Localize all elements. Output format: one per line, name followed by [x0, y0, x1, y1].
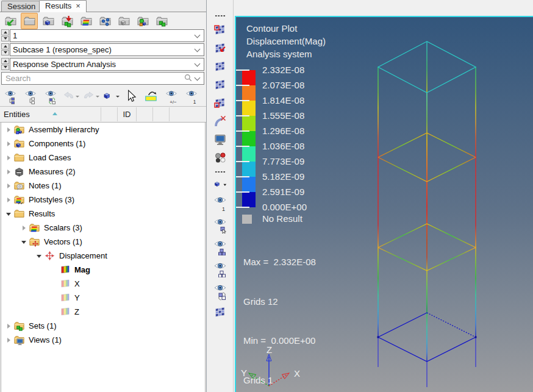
reverse-visibility-icon[interactable] — [41, 87, 60, 105]
chevron-down-icon[interactable] — [96, 96, 99, 99]
tree-item-displacement[interactable]: Displacement — [1, 249, 205, 263]
expand-arrow-icon[interactable] — [5, 126, 12, 134]
contour-toolbar-icon[interactable] — [212, 305, 228, 319]
undo-button[interactable] — [62, 87, 80, 105]
graphics-area: Z Y X Contour Plot Displacement(Mag) Ana… — [234, 0, 533, 392]
subcase-combo[interactable]: Subcase 1 (response_spec) — [10, 43, 204, 56]
highlight-button[interactable] — [142, 87, 160, 105]
legend-value: 5.182E-09 — [262, 171, 304, 183]
show-picked-icon[interactable] — [212, 216, 228, 233]
render-mode-icon[interactable] — [212, 151, 228, 165]
image-capture-icon[interactable] — [212, 133, 228, 146]
frame-spinner[interactable] — [1, 29, 9, 42]
sets-folder-icon[interactable] — [153, 13, 170, 29]
reverse-display-icon[interactable] — [212, 282, 228, 301]
expand-arrow-icon[interactable] — [35, 252, 43, 260]
expand-arrow-icon[interactable] — [5, 196, 12, 204]
analysis-spinner[interactable] — [1, 58, 9, 71]
assembly-folder-icon[interactable] — [134, 13, 151, 29]
tree-item-load-cases[interactable]: Load Cases — [1, 151, 205, 165]
drag-handle[interactable] — [215, 171, 226, 173]
entity-mode-button[interactable] — [102, 87, 120, 105]
tree-item-mag[interactable]: Mag — [1, 263, 205, 277]
sort-indicator-icon[interactable] — [52, 110, 57, 115]
legend-tick — [236, 146, 249, 147]
geometry-button[interactable] — [152, 107, 169, 121]
show-components-icon[interactable] — [212, 238, 228, 255]
views-icon — [13, 334, 25, 346]
legend-title-line: Analysis system — [246, 48, 326, 60]
select-cursor-button[interactable] — [122, 87, 140, 105]
search-input[interactable] — [4, 73, 184, 84]
tree-item-assembly-hierarchy[interactable]: Assembly Hierarchy — [1, 123, 205, 137]
contour-band — [242, 192, 256, 207]
expand-arrow-icon[interactable] — [5, 182, 12, 190]
info-button[interactable] — [101, 107, 117, 121]
chevron-down-icon[interactable] — [195, 32, 201, 38]
id-button[interactable]: ID — [117, 107, 136, 121]
contour-panel-icon[interactable] — [212, 23, 228, 37]
legend-title: Contour Plot Displacement(Mag) Analysis … — [246, 22, 326, 60]
tree-item-plotstyles-3[interactable]: Plotstyles (3) — [1, 193, 205, 207]
tree-item-z[interactable]: Z — [1, 305, 205, 319]
isolate-shown-icon[interactable]: 1 — [212, 194, 228, 212]
contour-folder-icon[interactable] — [77, 13, 95, 29]
vector-panel-icon[interactable] — [212, 41, 228, 55]
tree-item-label: Notes (1) — [29, 181, 61, 190]
iso-value-panel-icon[interactable] — [212, 78, 228, 91]
tab-close-icon[interactable]: × — [76, 1, 80, 10]
geometry-folder-icon[interactable] — [115, 13, 132, 29]
load-model-icon[interactable] — [40, 13, 57, 29]
tree-item-x[interactable]: X — [1, 277, 205, 291]
tree-item-y[interactable]: Y — [1, 291, 205, 305]
hide-all-icon[interactable] — [21, 87, 40, 105]
expand-arrow-icon[interactable] — [20, 238, 27, 246]
current-folder-icon[interactable] — [21, 13, 38, 29]
hide-components-icon[interactable] — [212, 260, 228, 277]
tree-item-label: Sets (1) — [29, 321, 57, 330]
expand-arrow-icon[interactable] — [20, 224, 27, 232]
drag-handle[interactable] — [215, 15, 226, 17]
isolate-one-button[interactable]: 1 — [182, 87, 201, 105]
tab-bar: Session Results× — [0, 0, 206, 12]
plot-folder-icon[interactable] — [96, 13, 113, 29]
analysis-combo[interactable]: Response Spectrum Analysis — [10, 58, 204, 71]
expand-arrow-icon[interactable] — [5, 210, 12, 218]
tensor-panel-icon[interactable] — [212, 60, 228, 73]
redo-button[interactable] — [82, 87, 100, 105]
show-hide-button[interactable]: +/− — [162, 87, 181, 105]
chevron-down-icon[interactable] — [195, 61, 201, 67]
tab-results[interactable]: Results× — [39, 0, 87, 12]
expand-arrow-icon[interactable] — [5, 337, 12, 344]
tab-session[interactable]: Session — [1, 1, 41, 12]
open-session-icon[interactable] — [2, 13, 19, 29]
show-all-icon[interactable] — [1, 87, 20, 105]
subcase-spinner[interactable] — [1, 43, 9, 56]
vectors-icon — [29, 236, 40, 248]
chevron-down-icon[interactable] — [76, 96, 79, 99]
contour-band — [242, 101, 256, 116]
tree-item-vectors-1[interactable]: Vectors (1) — [1, 235, 205, 249]
tree-item-results[interactable]: Results — [1, 207, 205, 221]
chevron-down-icon[interactable] — [195, 46, 201, 52]
section-cut-panel-icon[interactable] — [212, 96, 228, 110]
entity-display-icon[interactable] — [212, 179, 228, 190]
expand-arrow-icon[interactable] — [5, 154, 12, 162]
chevron-down-icon[interactable] — [195, 75, 201, 81]
import-results-icon[interactable] — [59, 13, 76, 29]
expand-arrow-icon[interactable] — [5, 168, 12, 176]
tree-item-scalars-3[interactable]: Scalars (3) — [1, 221, 205, 235]
tree-item-components-1[interactable]: Components (1) — [1, 137, 205, 151]
color-button[interactable] — [136, 107, 152, 121]
search-box[interactable] — [1, 72, 204, 85]
tree-item-views-1[interactable]: Views (1) — [1, 333, 205, 347]
tree-item-sets-1[interactable]: Sets (1) — [1, 319, 205, 333]
tree-item-measures-2[interactable]: Measures (2) — [1, 165, 205, 179]
tree-item-notes-1[interactable]: Notes (1) — [1, 179, 205, 193]
chevron-down-icon[interactable] — [116, 96, 120, 99]
model-viewport[interactable]: Z Y X Contour Plot Displacement(Mag) Ana… — [235, 16, 533, 392]
deformed-shape-icon[interactable] — [212, 115, 228, 128]
frame-combo[interactable]: 1 — [10, 29, 204, 42]
expand-arrow-icon[interactable] — [5, 323, 12, 330]
expand-arrow-icon[interactable] — [5, 140, 12, 148]
